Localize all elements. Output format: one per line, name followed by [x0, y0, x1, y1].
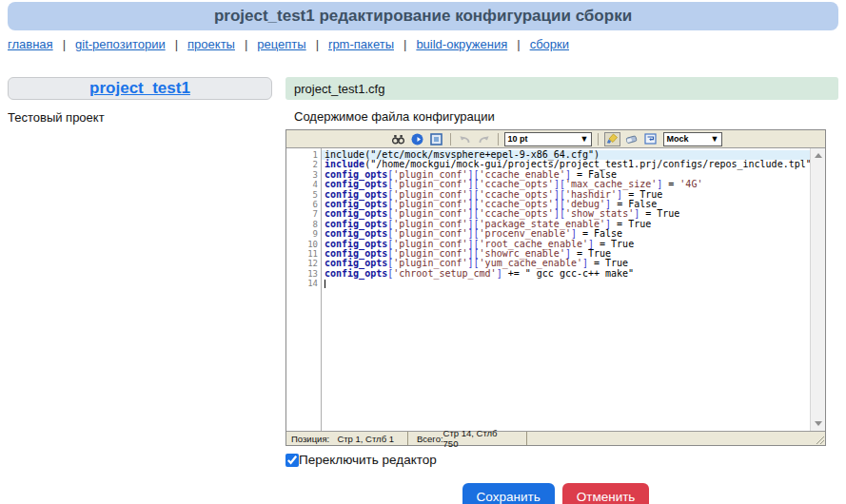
goto-line-icon[interactable]	[409, 132, 425, 146]
syntax-select[interactable]: Mock ▼	[663, 132, 722, 146]
nav-link-glavnaya[interactable]: главная	[8, 37, 53, 51]
content-label: Содержимое файла конфигурации	[294, 109, 838, 124]
position-label: Позиция:	[291, 434, 329, 444]
status-total-cell: Всего: Стр 14, Стлб 750	[408, 432, 527, 445]
nav-link-builds[interactable]: сборки	[530, 37, 569, 51]
nav-link-build-env[interactable]: build-окружения	[416, 37, 507, 51]
undo-icon[interactable]	[457, 132, 473, 146]
code-content[interactable]: include("/etc/mock/msvsphere+epel-9-x86_…	[322, 148, 810, 431]
toolbar-separator	[498, 133, 499, 145]
highlight-toggle-icon[interactable]	[604, 132, 620, 146]
vertical-scrollbar[interactable]	[810, 148, 825, 431]
cancel-button[interactable]: Отменить	[562, 483, 650, 504]
redo-icon[interactable]	[476, 132, 492, 146]
chevron-down-icon: ▼	[709, 134, 721, 144]
file-name: project_test1.cfg	[294, 82, 384, 96]
nav-separator: |	[175, 37, 178, 51]
project-box: project_test1	[8, 77, 272, 100]
nav-separator: |	[245, 37, 247, 51]
config-editor: 10 pt ▼	[285, 129, 826, 446]
project-description: Тестовый проект	[8, 110, 272, 125]
status-position-cell: Позиция: Стр 1, Стлб 1	[286, 432, 408, 445]
font-size-value: 10 pt	[508, 134, 528, 144]
editor-toolbar: 10 pt ▼	[286, 130, 825, 148]
word-wrap-icon[interactable]	[642, 132, 659, 146]
save-button[interactable]: Сохранить	[462, 483, 555, 504]
text-cursor	[325, 280, 325, 288]
nav-link-projects[interactable]: проекты	[187, 37, 235, 51]
line-numbers-gutter: 1234567891011121314	[286, 148, 322, 431]
project-link[interactable]: project_test1	[89, 79, 190, 98]
toggle-editor-label[interactable]: Переключить редактор	[299, 453, 437, 467]
nav-link-rpm-packages[interactable]: rpm-пакеты	[328, 37, 394, 51]
code-area[interactable]: 1234567891011121314 include("/etc/mock/m…	[286, 148, 825, 431]
toggle-editor-checkbox[interactable]	[285, 454, 299, 467]
fullscreen-icon[interactable]	[428, 132, 444, 146]
total-value: Стр 14, Стлб 750	[443, 428, 513, 449]
page-title: project_test1 редактирование конфигураци…	[214, 7, 632, 26]
total-label: Всего:	[417, 434, 443, 444]
chevron-down-icon: ▼	[579, 134, 591, 144]
action-buttons: Сохранить Отменить	[285, 483, 826, 504]
right-panel: project_test1.cfg Содержимое файла конфи…	[285, 77, 838, 504]
nav-link-git-repos[interactable]: git-репозитории	[75, 37, 166, 51]
toolbar-separator	[598, 133, 599, 145]
scroll-down-icon[interactable]	[815, 421, 822, 426]
reset-highlight-icon[interactable]	[623, 132, 639, 146]
syntax-value: Mock	[667, 134, 689, 144]
nav-link-recipes[interactable]: рецепты	[257, 37, 305, 51]
resize-grip[interactable]	[815, 435, 824, 444]
main-nav: главная|git-репозитории|проекты|рецепты|…	[8, 37, 838, 51]
toolbar-separator	[450, 133, 451, 145]
nav-separator: |	[517, 37, 520, 51]
editor-status-bar: Позиция: Стр 1, Стлб 1 Всего: Стр 14, Ст…	[286, 431, 825, 445]
position-value: Стр 1, Стлб 1	[337, 434, 394, 444]
nav-separator: |	[63, 37, 66, 51]
scroll-up-icon[interactable]	[815, 153, 822, 158]
code-line[interactable]: config_opts['chroot_setup_cmd'] += " gcc…	[322, 269, 810, 279]
nav-separator: |	[403, 37, 406, 51]
nav-separator: |	[316, 37, 319, 51]
code-line[interactable]	[322, 279, 810, 288]
toggle-editor-row: Переключить редактор	[285, 453, 838, 467]
left-panel: project_test1 Тестовый проект	[8, 77, 272, 504]
file-name-bar: project_test1.cfg	[285, 77, 838, 100]
font-size-select[interactable]: 10 pt ▼	[504, 132, 592, 146]
search-icon[interactable]	[390, 132, 406, 146]
page-header: project_test1 редактирование конфигураци…	[8, 2, 838, 30]
